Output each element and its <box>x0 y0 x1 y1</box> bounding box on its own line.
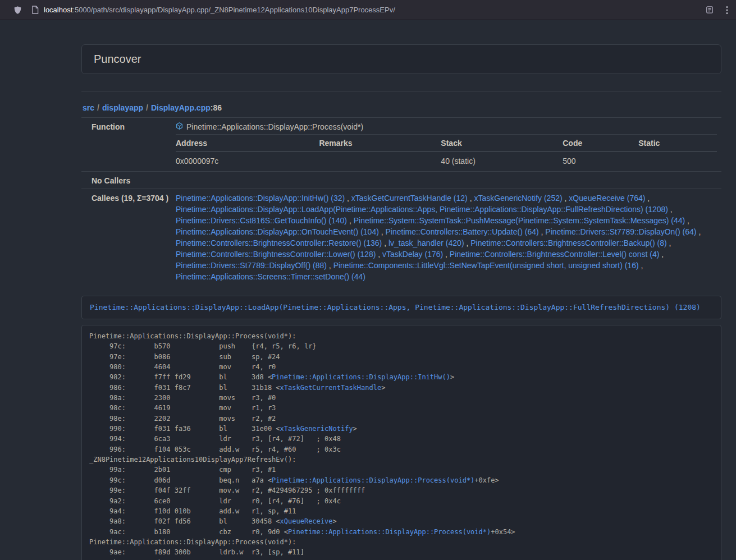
breadcrumb-line-number: :86 <box>211 103 222 112</box>
page-title: Puncover <box>94 53 709 65</box>
callee-link[interactable]: Pinetime::Applications::DisplayApp::OnTo… <box>176 227 379 236</box>
tracking-protection-shield-icon[interactable] <box>13 6 22 15</box>
static-value <box>638 152 717 169</box>
stats-value-row: 0x0000097c 40 (static) 500 <box>176 152 717 169</box>
symbol-header-link[interactable]: Pinetime::Applications::DisplayApp::Load… <box>90 303 701 311</box>
code-symbol-link[interactable]: xTaskGenericNotify <box>280 425 353 433</box>
url-host: localhost <box>44 6 72 14</box>
code-value: 500 <box>563 152 638 169</box>
column-header-address: Address <box>176 135 319 152</box>
breadcrumb: src/displayapp/DisplayApp.cpp:86 <box>83 103 721 112</box>
address-bar[interactable]: localhost:5000/path/src/displayapp/Displ… <box>44 6 706 14</box>
column-header-code: Code <box>563 135 638 152</box>
page-content: Puncover src/displayapp/DisplayApp.cpp:8… <box>81 44 721 560</box>
remarks-value <box>319 152 441 169</box>
stats-header-row: Address Remarks Stack Code Static <box>176 135 717 152</box>
callees-row: Callees (19, Σ=3704 ) Pinetime::Applicat… <box>81 189 721 285</box>
code-symbol-link[interactable]: xQueueReceive <box>280 517 333 525</box>
callee-link[interactable]: Pinetime::Drivers::St7789::DisplayOn() (… <box>545 227 696 236</box>
callee-link[interactable]: Pinetime::Controllers::BrightnessControl… <box>470 238 666 247</box>
browser-toolbar: localhost:5000/path/src/displayapp/Displ… <box>0 0 736 20</box>
function-row: Function Pinetime::Applications::Display… <box>81 118 721 172</box>
callee-link[interactable]: Pinetime::Applications::DisplayApp::Load… <box>176 205 668 214</box>
stack-value: 40 (static) <box>441 152 563 169</box>
callee-link[interactable]: vTaskDelay (176) <box>382 250 443 259</box>
disassembly: Pinetime::Applications::DisplayApp::Proc… <box>81 325 721 560</box>
callee-link[interactable]: Pinetime::Controllers::Battery::Update()… <box>386 227 539 236</box>
function-stats-table: Address Remarks Stack Code Static 0x0000… <box>176 134 717 169</box>
callee-link[interactable]: Pinetime::Controllers::BrightnessControl… <box>176 250 376 259</box>
code-symbol-link[interactable]: Pinetime::Applications::DisplayApp::Proc… <box>288 528 491 536</box>
code-symbol-link[interactable]: Pinetime::Applications::DisplayApp::Init… <box>272 373 450 381</box>
address-value: 0x0000097c <box>176 152 319 169</box>
function-icon <box>176 121 183 132</box>
function-name: Pinetime::Applications::DisplayApp::Proc… <box>186 121 363 132</box>
no-callers-row: No Callers <box>81 172 721 189</box>
callee-link[interactable]: Pinetime::Components::LittleVgl::SetNewT… <box>333 261 639 270</box>
symbol-header-box: Pinetime::Applications::DisplayApp::Load… <box>81 296 721 319</box>
callee-link[interactable]: xQueueReceive (764) <box>569 194 645 203</box>
column-header-stack: Stack <box>441 135 563 152</box>
menu-ellipsis-icon[interactable] <box>726 6 728 15</box>
callee-link[interactable]: Pinetime::Applications::Screens::Timer::… <box>176 272 365 281</box>
breadcrumb-src-link[interactable]: src <box>83 103 94 112</box>
breadcrumb-file-link[interactable]: DisplayApp.cpp <box>151 103 211 112</box>
breadcrumb-separator: / <box>143 103 151 112</box>
callee-link[interactable]: lv_task_handler (420) <box>388 238 464 247</box>
code-symbol-link[interactable]: Pinetime::Applications::DisplayApp::Proc… <box>272 476 474 484</box>
function-table: Function Pinetime::Applications::Display… <box>81 117 721 284</box>
callee-link[interactable]: Pinetime::Controllers::BrightnessControl… <box>450 250 659 259</box>
callee-link[interactable]: Pinetime::Drivers::St7789::DisplayOff() … <box>176 261 327 270</box>
callee-link[interactable]: Pinetime::System::SystemTask::PushMessag… <box>354 216 685 225</box>
page-title-box: Puncover <box>81 44 721 74</box>
no-callers-label: No Callers <box>81 172 170 189</box>
divider <box>81 91 721 91</box>
callee-link[interactable]: Pinetime::Drivers::Cst816S::GetTouchInfo… <box>176 216 347 225</box>
callees-label: Callees (19, Σ=3704 ) <box>81 189 170 285</box>
callee-link[interactable]: xTaskGetCurrentTaskHandle (12) <box>351 194 468 203</box>
callee-link[interactable]: Pinetime::Applications::DisplayApp::Init… <box>176 194 345 203</box>
breadcrumb-separator: / <box>94 103 102 112</box>
code-symbol-link[interactable]: xTaskGetCurrentTaskHandle <box>280 384 382 392</box>
column-header-remarks: Remarks <box>319 135 441 152</box>
page-info-icon[interactable] <box>31 6 39 14</box>
function-row-label: Function <box>81 118 170 172</box>
reader-view-icon[interactable] <box>706 6 714 14</box>
breadcrumb-dir-link[interactable]: displayapp <box>102 103 143 112</box>
callee-link[interactable]: Pinetime::Controllers::BrightnessControl… <box>176 238 382 247</box>
callee-link[interactable]: xTaskGenericNotify (252) <box>474 194 562 203</box>
column-header-static: Static <box>638 135 717 152</box>
callees-list: Pinetime::Applications::DisplayApp::Init… <box>170 189 721 285</box>
url-path: :5000/path/src/displayapp/DisplayApp.cpp… <box>72 6 395 14</box>
